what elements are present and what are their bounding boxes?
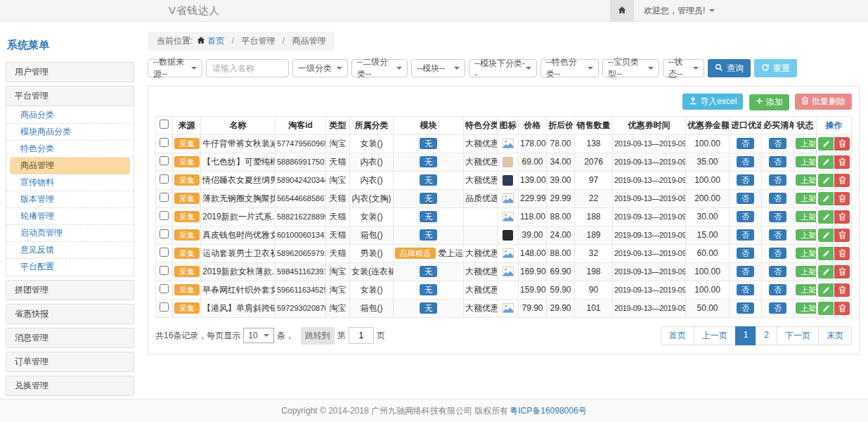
delete-button[interactable] [834, 210, 850, 224]
status-badge: 上架 [796, 174, 817, 186]
cell-sales: 97 [575, 171, 613, 189]
cell-feature: 大额优惠券 [464, 299, 498, 317]
edit-button[interactable] [818, 210, 834, 224]
feature-category-select[interactable]: --特色分类-- [540, 59, 599, 77]
cell-category: 内衣() [350, 153, 394, 171]
add-button[interactable]: 添加 [749, 94, 789, 110]
reset-button[interactable]: 重置 [754, 59, 797, 77]
module-subcategory-select[interactable]: --模块下分类-- [469, 59, 537, 77]
col-header-type: 类型 [326, 116, 350, 134]
delete-button[interactable] [834, 192, 850, 205]
cell-price: 139.00 [519, 171, 547, 189]
sidebar-item[interactable]: 宣传物料 [6, 174, 134, 191]
batch-delete-button[interactable]: 批量删除 [795, 94, 852, 110]
sidebar-item[interactable]: 商品分类 [6, 107, 134, 124]
edit-button[interactable] [818, 155, 834, 169]
sidebar-item[interactable]: 意见反馈 [6, 242, 134, 259]
trash-icon [801, 96, 809, 107]
page-button-page-2[interactable]: 2 [756, 326, 777, 345]
breadcrumb-item: 商品管理 [292, 36, 325, 46]
breadcrumb-home-link[interactable]: 首页 [207, 36, 224, 46]
status-select[interactable]: --状态-- [663, 59, 704, 77]
sidebar-group-5[interactable]: 消息管理 [6, 328, 134, 348]
page-button-page-1[interactable]: 1 [735, 326, 757, 345]
row-checkbox[interactable] [160, 266, 169, 275]
sidebar-group-2[interactable]: 平台管理 [6, 86, 134, 106]
sidebar-item[interactable]: 启动页管理 [6, 225, 134, 242]
table-row: 采集运动套装男士卫衣初秋...589620659791天猫男装()品牌精选爱上运… [156, 244, 852, 262]
edit-button[interactable] [818, 229, 834, 242]
sidebar-group-7[interactable]: 兑换管理 [6, 376, 134, 396]
level1-category-select[interactable]: 一级分类 [292, 59, 348, 77]
module-select[interactable]: --模块-- [411, 59, 465, 77]
row-checkbox[interactable] [160, 211, 169, 220]
page-button-first[interactable]: 首页 [661, 326, 694, 345]
delete-button[interactable] [834, 247, 850, 260]
cell-status: 上架 [794, 262, 817, 281]
delete-button[interactable] [834, 137, 850, 151]
module-extra-label: 爱上运动 [438, 248, 464, 258]
sidebar-group-6[interactable]: 订单管理 [6, 352, 134, 372]
sidebar-group-3[interactable]: 拼团管理 [6, 280, 134, 300]
col-header-taoke-id: 淘客id [276, 116, 326, 134]
row-checkbox[interactable] [160, 229, 169, 238]
sidebar-item[interactable]: 轮播管理 [6, 208, 134, 225]
page-button-last[interactable]: 末页 [818, 326, 852, 345]
edit-button[interactable] [818, 137, 834, 151]
icp-link[interactable]: 粤ICP备16098006号 [510, 405, 586, 417]
edit-button[interactable] [818, 265, 834, 279]
cell-taoke-id: 588869917501 [276, 153, 326, 171]
cell-coupon-amount: 100.00 [686, 134, 730, 153]
breadcrumb-separator: / [232, 36, 234, 46]
per-page-select[interactable]: 10 [243, 328, 273, 343]
edit-button[interactable] [818, 302, 834, 315]
search-button[interactable]: 查询 [708, 59, 751, 77]
home-icon [197, 36, 205, 44]
page-button-prev[interactable]: 上一页 [694, 326, 736, 345]
delete-button[interactable] [834, 283, 850, 297]
sidebar-item[interactable]: 平台配置 [6, 259, 134, 275]
status-badge: 上架 [796, 302, 817, 314]
delete-button[interactable] [834, 265, 850, 279]
cell-must-buy: 否 [762, 281, 794, 299]
sidebar-group-1[interactable]: 用户管理 [6, 62, 134, 82]
page-button-next[interactable]: 下一页 [777, 326, 819, 345]
upload-icon [689, 96, 697, 107]
sidebar-item[interactable]: 模块商品分类 [6, 124, 134, 141]
select-all-checkbox[interactable] [160, 120, 169, 129]
import-excel-button[interactable]: 导入excel [682, 94, 743, 110]
row-checkbox[interactable] [160, 284, 169, 293]
edit-button[interactable] [818, 174, 834, 187]
edit-button[interactable] [818, 247, 834, 260]
sidebar-group-4[interactable]: 省惠快报 [6, 304, 134, 324]
row-checkbox[interactable] [160, 302, 169, 312]
cell-price: 69.00 [519, 153, 547, 171]
row-actions [818, 248, 850, 257]
row-checkbox[interactable] [160, 193, 169, 202]
edit-button[interactable] [818, 192, 834, 205]
jump-page-input[interactable] [349, 327, 374, 344]
row-checkbox[interactable] [160, 248, 169, 257]
sidebar-item[interactable]: 商品管理 [10, 158, 130, 174]
level2-category-select[interactable]: --二级分类-- [351, 59, 408, 77]
sidebar-item[interactable]: 特色分类 [6, 141, 134, 158]
item-type-select[interactable]: --宝贝类型-- [602, 59, 659, 77]
data-source-select[interactable]: --数据来源-- [148, 59, 202, 77]
breadcrumb: 当前位置:首页 / 平台管理 / 商品管理 [148, 32, 335, 51]
row-checkbox[interactable] [160, 156, 169, 165]
delete-button[interactable] [834, 174, 850, 187]
delete-button[interactable] [834, 229, 850, 242]
user-menu[interactable]: 欢迎您，管理员! [644, 5, 715, 17]
pagination-summary: 共16条记录，每页显示 10 条， 跳转到 第 页 [155, 327, 388, 345]
sidebar-item[interactable]: 版本管理 [6, 191, 134, 208]
delete-button[interactable] [834, 155, 850, 169]
row-checkbox[interactable] [160, 138, 169, 147]
col-header-status: 状态 [794, 116, 817, 134]
import-select-badge: 否 [737, 211, 754, 222]
home-icon[interactable] [610, 0, 634, 21]
row-checkbox[interactable] [160, 174, 169, 184]
edit-button[interactable] [818, 283, 834, 297]
delete-button[interactable] [834, 302, 850, 315]
name-input[interactable] [206, 59, 289, 77]
jump-button[interactable]: 跳转到 [301, 327, 335, 345]
